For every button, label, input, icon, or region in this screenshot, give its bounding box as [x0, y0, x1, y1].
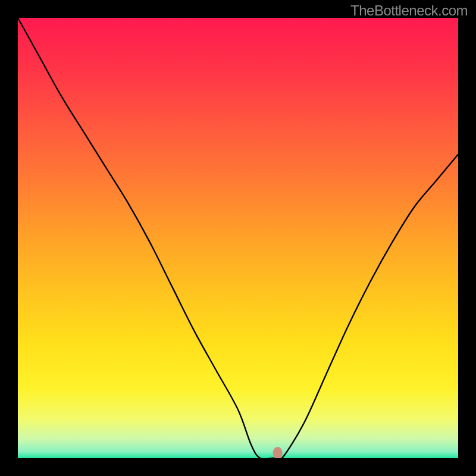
- gradient-background: [18, 18, 458, 458]
- attribution-text: TheBottleneck.com: [350, 2, 468, 19]
- plot-area: [18, 18, 458, 458]
- chart-frame: TheBottleneck.com: [0, 0, 476, 476]
- bottleneck-curve-chart: [18, 18, 458, 458]
